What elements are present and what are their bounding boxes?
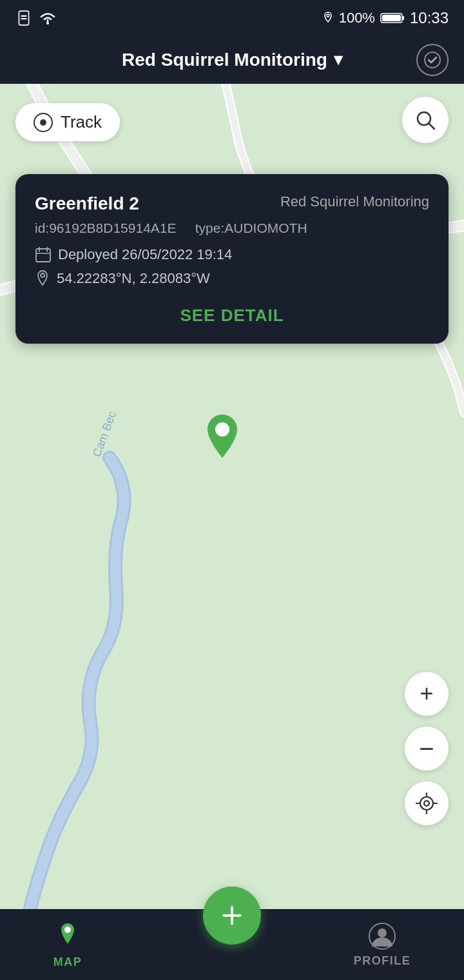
- svg-point-20: [424, 801, 429, 806]
- check-icon: [424, 52, 441, 68]
- track-button[interactable]: Track: [15, 103, 120, 141]
- add-fab-button[interactable]: [203, 887, 261, 945]
- battery-percent: 100%: [339, 10, 375, 26]
- svg-rect-6: [402, 16, 404, 20]
- search-icon: [414, 109, 436, 131]
- card-header-row: Greenfield 2 Red Squirrel Monitoring: [35, 193, 429, 214]
- svg-point-8: [425, 52, 440, 68]
- app-header: Red Squirrel Monitoring ▾: [0, 35, 464, 84]
- wifi-icon: [39, 11, 57, 25]
- track-label: Track: [61, 112, 102, 132]
- svg-rect-13: [36, 249, 50, 262]
- header-check-button[interactable]: [416, 44, 449, 76]
- svg-rect-1: [21, 15, 27, 16]
- svg-point-17: [41, 273, 44, 277]
- profile-nav-icon: [368, 922, 396, 950]
- svg-point-19: [420, 797, 433, 810]
- svg-point-29: [378, 928, 387, 937]
- card-type: type:AUDIOMOTH: [195, 220, 307, 235]
- card-coords: 54.22283°N, 2.28083°W: [57, 270, 210, 287]
- svg-rect-2: [21, 18, 27, 19]
- battery-icon: [380, 12, 405, 24]
- map-container[interactable]: Cam Bec Track Greenfield 2 Red Squirrel …: [0, 84, 464, 928]
- header-title-container[interactable]: Red Squirrel Monitoring ▾: [122, 50, 342, 70]
- search-button[interactable]: [402, 97, 449, 143]
- sim-icon: [15, 10, 32, 26]
- see-detail-button[interactable]: SEE DETAIL: [35, 300, 429, 331]
- zoom-out-button[interactable]: −: [405, 727, 449, 770]
- status-right: 100% 10:33: [322, 9, 449, 27]
- map-pin[interactable]: [203, 413, 242, 464]
- time: 10:33: [410, 9, 449, 27]
- header-title: Red Squirrel Monitoring: [122, 50, 327, 70]
- map-nav-icon: [53, 921, 82, 952]
- nav-map[interactable]: MAP: [53, 921, 82, 969]
- svg-line-12: [429, 123, 434, 129]
- nav-profile[interactable]: PROFILE: [354, 922, 411, 968]
- zoom-in-button[interactable]: +: [405, 672, 449, 716]
- nav-map-label: MAP: [53, 956, 82, 969]
- card-coords-row: 54.22283°N, 2.28083°W: [35, 270, 429, 288]
- card-id: id:96192B8D15914A1E: [35, 220, 177, 235]
- info-card: Greenfield 2 Red Squirrel Monitoring id:…: [15, 174, 449, 344]
- card-site-name: Greenfield 2: [35, 193, 139, 214]
- location-icon: [35, 270, 50, 288]
- location-pin-icon: [203, 413, 242, 461]
- svg-point-4: [327, 14, 329, 17]
- locate-button[interactable]: [405, 781, 449, 825]
- track-icon: [34, 113, 53, 132]
- svg-point-27: [64, 926, 71, 933]
- card-id-row: id:96192B8D15914A1E type:AUDIOMOTH: [35, 220, 429, 236]
- nav-profile-label: PROFILE: [354, 954, 411, 968]
- location-status-icon: [322, 11, 334, 25]
- plus-icon: [218, 902, 246, 929]
- svg-rect-7: [382, 15, 401, 21]
- calendar-icon: [35, 246, 52, 263]
- status-left: [15, 10, 57, 26]
- svg-point-3: [46, 22, 49, 24]
- dropdown-icon: ▾: [334, 50, 342, 70]
- card-project: Red Squirrel Monitoring: [280, 193, 429, 210]
- status-bar: 100% 10:33: [0, 0, 464, 35]
- svg-point-18: [215, 422, 229, 436]
- crosshair-icon: [415, 792, 438, 815]
- card-deployed: Deployed 26/05/2022 19:14: [58, 246, 232, 263]
- card-deployed-row: Deployed 26/05/2022 19:14: [35, 246, 429, 263]
